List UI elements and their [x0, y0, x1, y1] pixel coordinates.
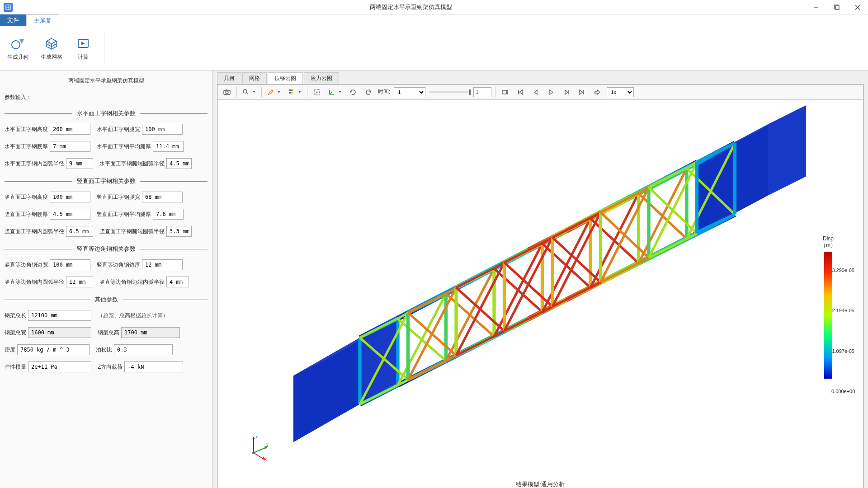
render-canvas[interactable]: z y x Disp （m） 3.290e-05 2.194e-05 [217, 100, 863, 488]
a-innerr-input[interactable] [66, 277, 93, 287]
field-label: 水平面工字钢腿宽 [97, 126, 140, 133]
field-label: 竖直面工字钢腰厚 [5, 211, 48, 218]
app-logo [4, 3, 13, 12]
field-label: 弹性模量 [5, 363, 26, 371]
svg-line-125 [254, 447, 266, 453]
colormap-dropdown[interactable]: ▼ [286, 86, 303, 98]
fit-icon[interactable] [311, 86, 323, 98]
svg-line-126 [254, 453, 264, 459]
brush-dropdown[interactable]: ▼ [265, 86, 283, 98]
density-input[interactable] [17, 344, 90, 355]
tab-geometry[interactable]: 几何 [217, 72, 241, 84]
axis-dropdown[interactable]: ▼ [326, 86, 344, 98]
ribbon-generate-mesh[interactable]: 生成网格 [38, 33, 65, 63]
field-label: 竖直面工字钢高度 [5, 193, 48, 201]
result-view: ▼ ▼ ▼ ▼ 时间: 1 1x [217, 84, 863, 488]
field-label: 钢架总高 [98, 329, 119, 337]
last-frame-icon[interactable] [576, 86, 588, 98]
poisson-input[interactable] [114, 344, 173, 355]
axis-triad: z y x [245, 435, 272, 463]
tab-displacement[interactable]: 位移云图 [268, 72, 303, 84]
tab-stress[interactable]: 应力云图 [304, 72, 339, 84]
minimize-button[interactable] [806, 0, 826, 14]
menu-main[interactable]: 主屏幕 [26, 14, 59, 26]
field-label: 水平面工字钢腿端圆弧半径 [99, 160, 165, 168]
zoom-dropdown[interactable]: ▼ [241, 86, 258, 98]
ribbon: 生成几何 生成网格 计算 [0, 26, 868, 70]
export-icon[interactable] [591, 86, 603, 98]
field-label: 竖直等边角钢边厚 [97, 261, 140, 269]
a-sidew-input[interactable] [50, 259, 90, 270]
menubar: 文件 主屏幕 [0, 14, 868, 26]
camera-icon[interactable] [221, 86, 233, 98]
a-sidet-input[interactable] [142, 259, 183, 270]
h-innerr-input[interactable] [66, 158, 93, 169]
svg-point-11 [226, 91, 228, 94]
maximize-button[interactable] [826, 0, 847, 14]
toth-input [121, 327, 180, 338]
h-legw-input[interactable] [142, 124, 183, 135]
svg-rect-5 [835, 6, 839, 9]
truss-render [217, 100, 863, 488]
h-height-input[interactable] [50, 124, 90, 135]
input-label: 参数输入： [5, 94, 208, 101]
next-frame-icon[interactable] [561, 86, 572, 98]
field-label: 泊松比 [96, 346, 112, 354]
svg-line-14 [246, 93, 248, 94]
field-label: 竖直等边角钢内圆弧半径 [5, 278, 64, 286]
separator [104, 33, 104, 64]
window-title: 两端固定水平承重钢架仿真模型 [16, 3, 806, 11]
titlebar: 两端固定水平承重钢架仿真模型 [0, 0, 868, 14]
result-tabs: 几何 网格 位移云图 应力云图 [212, 73, 868, 84]
play-icon[interactable] [545, 86, 557, 98]
svg-rect-17 [289, 92, 291, 94]
frame-input[interactable] [473, 87, 491, 97]
v-legw-input[interactable] [142, 192, 183, 202]
time-label: 时间: [378, 88, 390, 96]
field-label: 钢架总宽 [5, 329, 26, 337]
v-innerr-input[interactable] [66, 226, 93, 237]
v-legendr-input[interactable] [166, 226, 192, 237]
svg-rect-16 [291, 89, 293, 91]
svg-line-23 [330, 92, 332, 94]
section-header: 竖直等边角钢相关参数 [5, 245, 208, 253]
h-legendr-input[interactable] [166, 158, 192, 169]
rotate-cw-icon[interactable] [363, 86, 374, 98]
field-label: 水平面工字钢高度 [5, 126, 48, 133]
h-webt-input[interactable] [50, 141, 90, 152]
time-slider[interactable] [429, 91, 470, 93]
sidebar-title: 两端固定水平承重钢架仿真模型 [5, 77, 208, 84]
v-webt-input[interactable] [50, 209, 90, 220]
v-avglegt-input[interactable] [153, 209, 184, 220]
totlen-input[interactable] [28, 310, 91, 321]
field-label: 密度 [5, 346, 15, 354]
ribbon-calculate[interactable]: 计算 [71, 33, 95, 63]
ribbon-generate-geometry[interactable]: 生成几何 [5, 33, 32, 63]
v-height-input[interactable] [50, 192, 90, 202]
h-avglegt-input[interactable] [153, 141, 184, 152]
rotate-ccw-icon[interactable] [347, 86, 359, 98]
field-label: 竖直等边角钢边端内弧半径 [99, 278, 165, 286]
svg-point-8 [12, 41, 20, 49]
modulus-input[interactable] [28, 361, 91, 372]
svg-point-130 [252, 451, 255, 454]
zload-input[interactable] [124, 361, 183, 372]
field-label: 竖直面工字钢平均腿厚 [97, 211, 151, 218]
field-label: 竖直等边角钢边宽 [5, 261, 48, 269]
ribbon-label: 计算 [78, 53, 89, 61]
first-frame-icon[interactable] [514, 86, 526, 98]
record-icon[interactable] [499, 86, 511, 98]
svg-text:z: z [255, 435, 258, 440]
a-endr-input[interactable] [166, 277, 189, 287]
close-button[interactable] [847, 0, 868, 14]
field-label: 竖直面工字钢腿宽 [97, 193, 140, 201]
tab-mesh[interactable]: 网格 [242, 72, 267, 84]
menu-file[interactable]: 文件 [0, 14, 26, 26]
speed-select[interactable]: 1x [607, 87, 634, 97]
ribbon-label: 生成几何 [7, 53, 29, 61]
svg-rect-15 [289, 89, 291, 91]
time-select[interactable]: 1 [394, 87, 425, 97]
prev-frame-icon[interactable] [530, 86, 542, 98]
legend-title: Disp [821, 235, 836, 242]
svg-point-20 [316, 91, 318, 93]
